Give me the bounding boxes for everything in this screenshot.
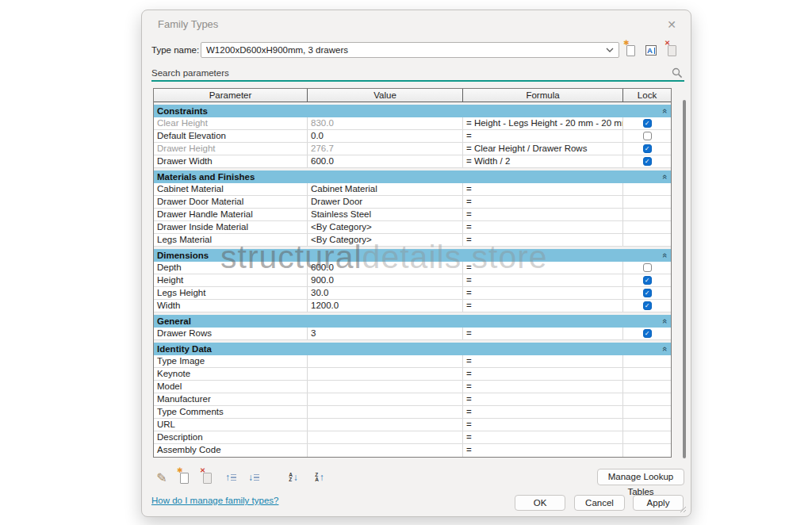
parameter-value-cell[interactable] — [308, 431, 463, 443]
parameter-value-cell[interactable]: 276.7 — [308, 143, 463, 155]
parameter-formula-cell[interactable]: = — [463, 406, 623, 418]
parameter-formula-cell[interactable]: = — [463, 234, 623, 246]
parameter-formula-cell[interactable]: = — [463, 419, 623, 431]
lock-cell[interactable]: ✓ — [623, 143, 671, 155]
parameter-value-cell[interactable]: 600.0 — [308, 262, 463, 274]
lock-checkbox[interactable]: ✓ — [643, 289, 652, 297]
cancel-button[interactable]: Cancel — [574, 495, 625, 511]
za-letters: ZA — [315, 473, 319, 482]
move-down-icon[interactable]: ↓ — [247, 470, 261, 485]
parameter-value-cell[interactable]: Drawer Door — [308, 196, 463, 208]
collapse-chevron-icon[interactable]: « — [661, 174, 669, 179]
parameter-formula-cell[interactable]: = — [463, 221, 623, 233]
lock-cell[interactable]: ✓ — [623, 300, 671, 312]
collapse-chevron-icon[interactable]: « — [661, 109, 669, 113]
parameter-value-cell[interactable]: 1200.0 — [308, 300, 463, 312]
manage-lookup-tables-button[interactable]: Manage Lookup Tables — [597, 469, 684, 485]
parameter-value-cell[interactable] — [308, 381, 463, 393]
arrow-up-icon: ↑ — [320, 472, 324, 483]
collapse-chevron-icon[interactable]: « — [661, 319, 669, 324]
section-header-general[interactable]: General« — [154, 315, 671, 328]
lock-cell[interactable] — [623, 262, 671, 274]
help-link[interactable]: How do I manage family types? — [151, 496, 278, 505]
sort-ascending-icon[interactable]: AZ ↓ — [285, 470, 302, 485]
edit-parameter-icon[interactable]: ✎ — [155, 470, 169, 485]
parameter-value-cell[interactable]: 30.0 — [308, 287, 463, 299]
parameter-value-cell[interactable]: <By Category> — [308, 234, 463, 246]
lock-checkbox[interactable] — [643, 132, 652, 140]
parameter-formula-cell[interactable]: = — [463, 262, 623, 274]
parameter-formula-cell[interactable]: = Height - Legs Height - 20 mm - 20 mm — [463, 117, 623, 129]
parameter-value-cell[interactable]: 600.0 — [308, 155, 463, 167]
new-type-button[interactable]: ✱ — [624, 43, 638, 57]
ok-button[interactable]: OK — [515, 495, 565, 511]
parameter-formula-cell[interactable]: = — [463, 196, 623, 208]
parameter-value-cell[interactable] — [308, 419, 463, 431]
lock-checkbox[interactable]: ✓ — [643, 276, 652, 285]
parameter-formula-cell[interactable]: = — [463, 130, 623, 142]
parameter-value-cell[interactable] — [308, 444, 463, 457]
apply-button[interactable]: Apply — [633, 495, 684, 511]
parameter-formula-cell[interactable]: = — [463, 381, 623, 393]
column-header-lock[interactable]: Lock — [623, 89, 671, 102]
parameter-value-cell[interactable]: 3 — [308, 328, 463, 339]
delete-parameter-icon[interactable]: ✕ — [201, 470, 215, 485]
column-header-value[interactable]: Value — [308, 89, 463, 102]
resize-grip[interactable] — [680, 506, 687, 513]
parameter-value-cell[interactable]: 900.0 — [308, 274, 463, 286]
lock-checkbox[interactable] — [643, 263, 652, 272]
lock-cell[interactable]: ✓ — [623, 274, 671, 286]
parameter-formula-cell[interactable]: = Width / 2 — [463, 155, 623, 167]
parameter-formula-cell[interactable]: = Clear Height / Drawer Rows — [463, 143, 623, 155]
column-header-formula[interactable]: Formula — [463, 89, 623, 102]
lock-cell[interactable]: ✓ — [623, 287, 671, 299]
rename-type-button[interactable]: A — [644, 43, 658, 57]
parameter-value-cell[interactable]: 0.0 — [308, 130, 463, 142]
close-icon[interactable]: ✕ — [664, 17, 680, 33]
lock-checkbox[interactable]: ✓ — [643, 119, 652, 128]
parameter-value-cell[interactable] — [308, 355, 463, 367]
parameter-value-cell[interactable]: Stainless Steel — [308, 209, 463, 220]
parameter-formula-cell[interactable]: = — [463, 274, 623, 286]
lock-cell[interactable]: ✓ — [623, 328, 671, 339]
lock-checkbox[interactable]: ✓ — [643, 144, 652, 153]
type-name-combobox[interactable]: W1200xD600xH900mm, 3 drawers — [201, 42, 619, 58]
lock-cell[interactable]: ✓ — [623, 117, 671, 129]
search-input[interactable] — [151, 68, 672, 78]
parameter-formula-cell[interactable]: = — [463, 368, 623, 380]
section-header-dimensions[interactable]: Dimensions« — [154, 249, 671, 262]
parameter-formula-cell[interactable]: = — [463, 287, 623, 299]
parameter-value-cell[interactable] — [308, 368, 463, 380]
parameter-value-cell[interactable] — [308, 393, 463, 405]
vertical-scrollbar[interactable] — [683, 100, 686, 458]
parameter-formula-cell[interactable]: = — [463, 209, 623, 220]
lock-checkbox[interactable]: ✓ — [643, 329, 652, 338]
new-parameter-icon[interactable]: ✱ — [178, 470, 192, 485]
parameter-formula-cell[interactable]: = — [463, 355, 623, 367]
parameter-value-cell[interactable]: Cabinet Material — [308, 183, 463, 195]
parameter-formula-cell[interactable]: = — [463, 431, 623, 443]
parameter-formula-cell[interactable]: = — [463, 444, 623, 457]
collapse-chevron-icon[interactable]: « — [661, 347, 669, 351]
lock-cell[interactable] — [623, 130, 671, 142]
move-up-icon[interactable]: ↑ — [224, 470, 238, 485]
parameter-value-cell[interactable] — [308, 406, 463, 418]
parameter-value-cell[interactable]: 830.0 — [308, 117, 463, 129]
lock-cell[interactable]: ✓ — [623, 155, 671, 167]
parameter-formula-cell[interactable]: = — [463, 183, 623, 195]
parameter-value-cell[interactable]: <By Category> — [308, 221, 463, 233]
section-header-materials-and-finishes[interactable]: Materials and Finishes« — [154, 171, 671, 183]
section-header-identity-data[interactable]: Identity Data« — [154, 343, 671, 355]
parameter-formula-cell[interactable]: = — [463, 300, 623, 312]
paper-icon — [668, 45, 676, 56]
lock-checkbox[interactable]: ✓ — [643, 157, 652, 166]
lock-checkbox[interactable]: ✓ — [643, 301, 652, 310]
parameter-row-drawer-door-material: Drawer Door MaterialDrawer Door= — [154, 196, 671, 209]
sort-descending-icon[interactable]: ZA ↑ — [311, 470, 328, 485]
delete-type-button[interactable]: ✕ — [665, 43, 680, 57]
collapse-chevron-icon[interactable]: « — [661, 253, 669, 258]
parameter-formula-cell[interactable]: = — [463, 328, 623, 339]
parameter-formula-cell[interactable]: = — [463, 393, 623, 405]
column-header-parameter[interactable]: Parameter — [154, 89, 308, 102]
section-header-constraints[interactable]: Constraints« — [154, 105, 671, 117]
